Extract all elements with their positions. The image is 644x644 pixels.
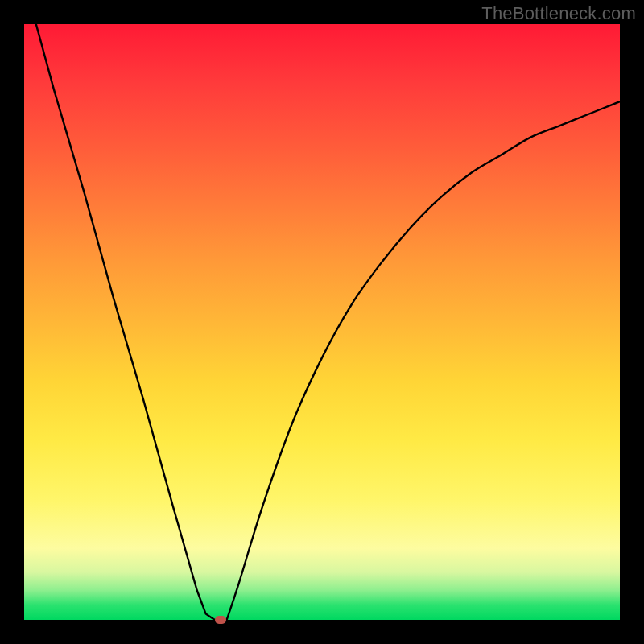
minimum-marker-icon xyxy=(215,616,226,624)
watermark-text: TheBottleneck.com xyxy=(481,3,636,24)
bottleneck-curve xyxy=(24,24,620,620)
chart-plot-area xyxy=(24,24,620,620)
chart-frame: TheBottleneck.com xyxy=(0,0,644,644)
